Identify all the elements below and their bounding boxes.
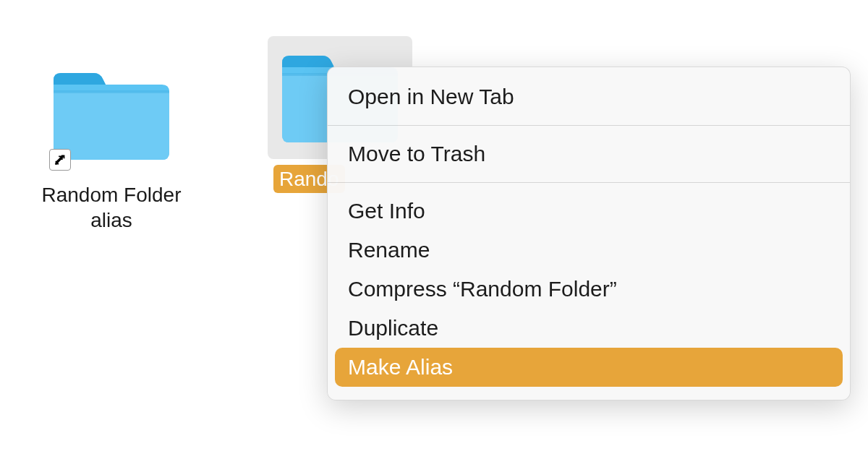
alias-folder-label[interactable]: Random Folder alias <box>32 182 191 233</box>
alias-folder-icon-box[interactable] <box>39 53 184 176</box>
menu-get-info[interactable]: Get Info <box>328 192 850 231</box>
desktop-area[interactable]: Random Folder alias Rando Open in New Ta… <box>0 0 868 467</box>
menu-duplicate[interactable]: Duplicate <box>328 309 850 348</box>
menu-make-alias[interactable]: Make Alias <box>335 348 843 387</box>
menu-divider <box>328 182 850 183</box>
menu-move-to-trash[interactable]: Move to Trash <box>328 134 850 173</box>
svg-rect-0 <box>54 90 169 93</box>
menu-divider <box>328 125 850 126</box>
context-menu: Open in New Tab Move to Trash Get Info R… <box>327 67 851 400</box>
menu-rename[interactable]: Rename <box>328 231 850 270</box>
alias-badge-icon <box>49 149 71 171</box>
menu-compress[interactable]: Compress “Random Folder” <box>328 270 850 309</box>
menu-open-new-tab[interactable]: Open in New Tab <box>328 77 850 116</box>
alias-folder-item[interactable]: Random Folder alias <box>32 53 191 233</box>
